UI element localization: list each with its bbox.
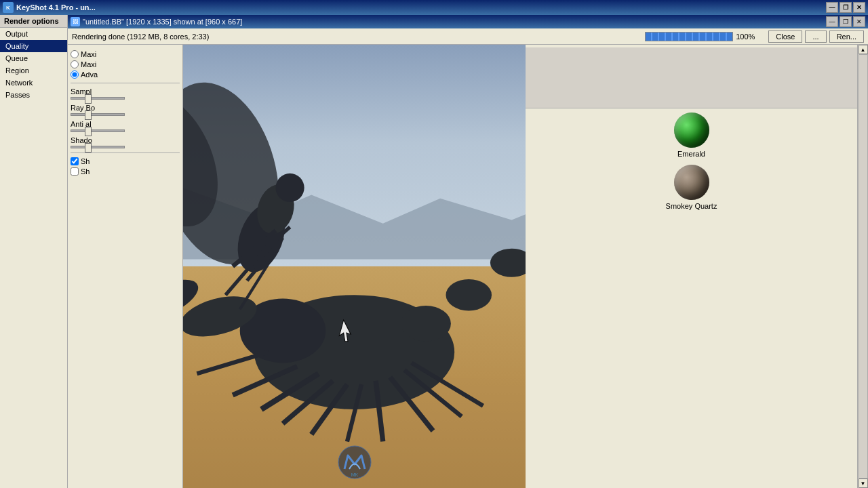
svg-point-5 xyxy=(446,279,492,310)
options-panel: Maxi Maxi Adva xyxy=(68,45,183,488)
render-action-buttons: Close ... Ren... xyxy=(768,30,864,43)
center-area: 🖼 "untitled.BB" [1920 x 1335] shown at [… xyxy=(68,15,868,488)
radio-max-1-label: Maxi xyxy=(81,50,96,58)
app-icon: K xyxy=(3,2,14,13)
more-button[interactable]: ... xyxy=(805,30,826,43)
render-viewport: MK xyxy=(183,45,526,488)
scroll-down-btn[interactable]: ▼ xyxy=(859,479,868,488)
material-label-smokey-quartz: Smokey Quartz xyxy=(666,202,717,210)
content-area: Maxi Maxi Adva xyxy=(68,45,868,488)
svg-text:MK: MK xyxy=(351,472,358,477)
radio-adva-label: Adva xyxy=(81,70,98,79)
outer-close-btn[interactable]: ✕ xyxy=(853,2,865,13)
material-swatch-smokey-quartz xyxy=(674,165,709,200)
checkbox-shadow-2[interactable] xyxy=(71,167,79,176)
ray-bounces-track xyxy=(71,113,125,116)
material-swatch-emerald xyxy=(674,113,709,148)
shadow-thumb[interactable] xyxy=(85,143,92,152)
radio-max-2-label: Maxi xyxy=(81,60,96,68)
sidebar-item-queue[interactable]: Queue xyxy=(0,52,67,64)
scroll-track[interactable] xyxy=(859,54,868,479)
sidebar-item-region[interactable]: Region xyxy=(0,64,67,77)
sidebar-item-passes[interactable]: Passes xyxy=(0,89,67,101)
right-top-placeholder xyxy=(526,47,857,108)
progress-bar-container: 100% xyxy=(645,32,755,41)
shadow-row: Shado xyxy=(71,136,180,148)
mode-radio-group: Maxi Maxi Adva xyxy=(71,50,180,79)
shadow-track xyxy=(71,146,125,148)
materials-panel: Emerald Smokey Quartz xyxy=(526,45,857,488)
render-window-icon: 🖼 xyxy=(71,17,80,26)
render-status-bar: Rendering done (1912 MB, 8 cores, 2:33) … xyxy=(68,28,868,45)
divider-2 xyxy=(71,152,180,153)
divider-1 xyxy=(71,83,180,83)
render-window-controls: — ❐ ✕ xyxy=(826,16,865,27)
radio-max-1[interactable]: Maxi xyxy=(71,50,180,58)
anti-alias-track xyxy=(71,129,125,132)
samples-thumb[interactable] xyxy=(85,94,92,104)
anti-alias-row: Anti al xyxy=(71,120,180,132)
checkbox-shadow-1-label: Sh xyxy=(81,157,90,165)
outer-minimize-btn[interactable]: — xyxy=(826,2,838,13)
progress-bar xyxy=(645,32,733,41)
outer-window-controls: — ❐ ✕ xyxy=(826,2,865,13)
checkbox-shadow-1-row[interactable]: Sh xyxy=(71,157,180,165)
shadow-slider[interactable] xyxy=(71,146,180,148)
render-window: 🖼 "untitled.BB" [1920 x 1335] shown at [… xyxy=(68,15,868,488)
sidebar-header: Render options xyxy=(0,15,67,28)
scene-svg xyxy=(183,45,526,488)
material-item-emerald[interactable]: Emerald xyxy=(663,110,720,161)
progress-fill xyxy=(646,33,732,41)
right-scrollbar: ▲ ▼ xyxy=(857,45,868,488)
ray-bounces-thumb[interactable] xyxy=(85,110,92,120)
outer-title-bar: K KeyShot 4.1 Pro - un... — ❐ ✕ xyxy=(0,0,868,15)
anti-alias-slider[interactable] xyxy=(71,129,180,132)
right-content-area: Emerald Smokey Quartz ▲ xyxy=(526,45,868,488)
checkbox-shadow-2-label: Sh xyxy=(81,167,90,176)
radio-adva-input[interactable] xyxy=(71,70,79,79)
render-options-sidebar: Render options Output Quality Queue Regi… xyxy=(0,15,68,488)
outer-restore-btn[interactable]: ❐ xyxy=(840,2,852,13)
checkbox-shadow-1[interactable] xyxy=(71,157,79,165)
logo-svg: MK xyxy=(334,445,375,479)
samples-track xyxy=(71,97,125,100)
render-close-btn[interactable]: ✕ xyxy=(853,16,865,27)
checkbox-shadow-2-row[interactable]: Sh xyxy=(71,167,180,176)
svg-point-33 xyxy=(275,174,304,202)
close-button[interactable]: Close xyxy=(768,30,802,43)
progress-text: 100% xyxy=(736,33,755,41)
sidebar-item-network[interactable]: Network xyxy=(0,77,67,89)
sidebar-item-quality[interactable]: Quality xyxy=(0,40,67,52)
samples-slider[interactable] xyxy=(71,97,180,100)
anti-alias-thumb[interactable] xyxy=(85,127,92,136)
svg-point-4 xyxy=(401,306,451,342)
sidebar-item-output[interactable]: Output xyxy=(0,28,67,40)
material-item-smokey-quartz[interactable]: Smokey Quartz xyxy=(663,162,720,213)
ray-bounces-slider[interactable] xyxy=(71,113,180,116)
radio-adva[interactable]: Adva xyxy=(71,70,180,79)
render-status-text: Rendering done (1912 MB, 8 cores, 2:33) xyxy=(72,33,209,41)
scroll-up-btn[interactable]: ▲ xyxy=(859,45,868,54)
radio-max-2-input[interactable] xyxy=(71,60,79,68)
render-minimize-btn[interactable]: — xyxy=(826,16,838,27)
ray-bounces-row: Ray Bo xyxy=(71,104,180,116)
render-restore-btn[interactable]: ❐ xyxy=(840,16,852,27)
render-title-bar: 🖼 "untitled.BB" [1920 x 1335] shown at [… xyxy=(68,15,868,28)
samples-row: Sampl xyxy=(71,87,180,100)
render-button[interactable]: Ren... xyxy=(829,30,864,43)
radio-max-1-input[interactable] xyxy=(71,50,79,58)
radio-max-2[interactable]: Maxi xyxy=(71,60,180,68)
render-window-title: "untitled.BB" [1920 x 1335] shown at [96… xyxy=(83,18,826,26)
app-title: KeyShot 4.1 Pro - un... xyxy=(16,3,826,12)
material-label-emerald: Emerald xyxy=(677,150,705,158)
viewport-logo: MK xyxy=(334,445,375,481)
